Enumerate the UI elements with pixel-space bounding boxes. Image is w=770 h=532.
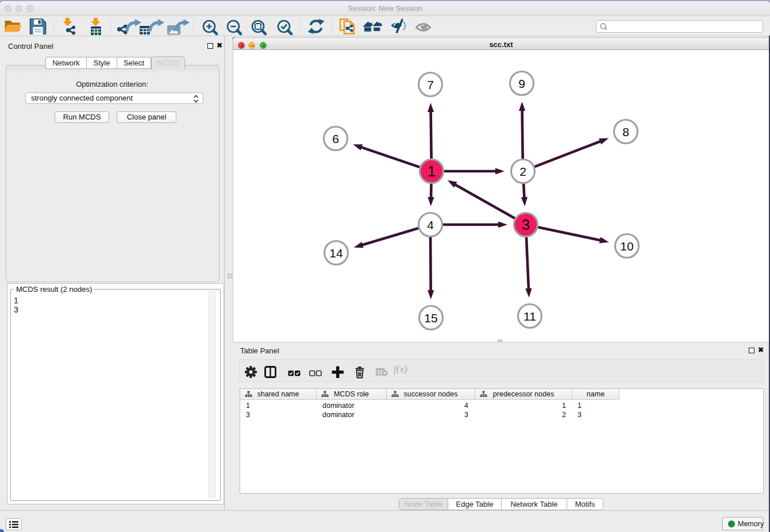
- svg-text:2: 2: [519, 165, 526, 178]
- svg-text:9: 9: [518, 77, 525, 90]
- svg-text:11: 11: [523, 310, 536, 323]
- svg-text:8: 8: [622, 125, 629, 138]
- svg-text:1: 1: [428, 163, 436, 180]
- svg-text:3: 3: [522, 216, 530, 233]
- svg-text:14: 14: [329, 246, 343, 260]
- svg-text:4: 4: [427, 218, 434, 232]
- svg-text:10: 10: [620, 240, 633, 253]
- svg-text:6: 6: [332, 132, 339, 145]
- svg-text:7: 7: [427, 78, 434, 91]
- svg-text:15: 15: [424, 311, 437, 325]
